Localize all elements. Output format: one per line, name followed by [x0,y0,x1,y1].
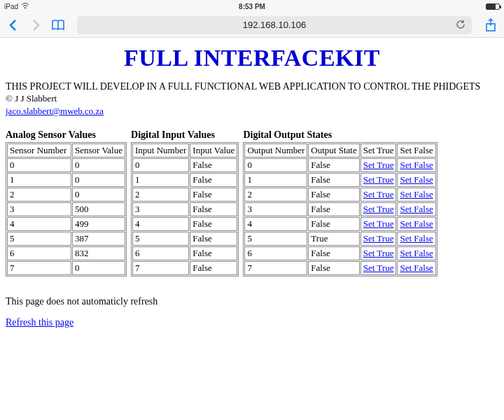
cell-input-number: 7 [132,261,189,275]
set-true-link[interactable]: Set True [363,218,394,229]
table-row: 7False [132,261,237,275]
th-sensor-value: Sensor Value [72,144,125,158]
browser-toolbar: 192.168.10.106 [0,13,504,38]
table-row: 4FalseSet TrueSet False [244,217,435,231]
set-true-link[interactable]: Set True [363,174,394,185]
cell-sensor-number: 7 [7,261,71,275]
page-content: FULL INTERFACEKIT THIS PROJECT WILL DEVE… [0,38,504,328]
cell-output-state: False [308,217,359,231]
digital-out-title: Digital Output States [243,130,437,141]
cell-output-number: 0 [244,158,307,172]
table-row: 5TrueSet TrueSet False [244,232,435,246]
cell-input-value: False [190,217,237,231]
cell-input-value: False [190,173,237,187]
cell-sensor-value: 0 [72,261,125,275]
cell-output-state: False [308,173,359,187]
table-row: 1FalseSet TrueSet False [244,173,435,187]
table-header-row: Input Number Input Value [132,144,237,158]
cell-set-false: Set False [397,188,435,202]
digital-out-table-wrap: Digital Output States Output Number Outp… [243,130,437,276]
cell-sensor-value: 0 [72,158,125,172]
cell-set-false: Set False [397,232,435,246]
set-false-link[interactable]: Set False [400,262,433,273]
th-output-state: Output State [308,144,359,158]
table-row: 5False [132,232,237,246]
set-true-link[interactable]: Set True [363,204,394,214]
cell-set-false: Set False [397,261,435,275]
cell-sensor-value: 500 [72,202,125,216]
table-row: 5387 [7,232,125,246]
cell-sensor-number: 6 [7,246,71,260]
cell-output-number: 6 [244,246,307,260]
digital-in-table: Input Number Input Value 0False1False2Fa… [131,142,239,276]
set-false-link[interactable]: Set False [400,204,433,214]
set-false-link[interactable]: Set False [400,233,433,244]
cell-output-state: False [308,246,359,260]
cell-output-state: True [308,232,359,246]
url-text: 192.168.10.106 [243,20,306,30]
set-true-link[interactable]: Set True [363,248,394,258]
digital-out-table: Output Number Output State Set True Set … [243,142,437,276]
cell-output-number: 1 [244,173,307,187]
cell-input-number: 1 [132,173,189,187]
cell-input-number: 0 [132,158,189,172]
set-false-link[interactable]: Set False [400,174,433,185]
set-true-link[interactable]: Set True [363,233,394,244]
set-false-link[interactable]: Set False [400,218,433,229]
cell-input-value: False [190,188,237,202]
table-row: 3500 [7,202,125,216]
table-row: 2False [132,188,237,202]
analog-table-wrap: Analog Sensor Values Sensor Number Senso… [6,130,127,276]
cell-input-value: False [190,202,237,216]
table-row: 7FalseSet TrueSet False [244,261,435,275]
cell-set-true: Set True [360,261,397,275]
table-row: 0FalseSet TrueSet False [244,158,435,172]
forward-button[interactable] [28,18,43,33]
address-bar[interactable]: 192.168.10.106 [77,16,472,34]
cell-sensor-number: 1 [7,173,71,187]
set-false-link[interactable]: Set False [400,189,433,200]
analog-title: Analog Sensor Values [6,130,127,141]
table-row: 3False [132,202,237,216]
cell-sensor-number: 4 [7,217,71,231]
digital-in-table-wrap: Digital Input Values Input Number Input … [131,130,239,276]
bookmarks-button[interactable] [50,18,66,33]
page-title: FULL INTERFACEKIT [6,45,498,71]
set-false-link[interactable]: Set False [400,248,433,258]
cell-set-true: Set True [360,217,397,231]
set-true-link[interactable]: Set True [363,262,394,273]
table-row: 10 [7,173,125,187]
set-true-link[interactable]: Set True [363,160,394,170]
cell-output-number: 3 [244,202,307,216]
table-row: 4False [132,217,237,231]
svg-point-0 [24,8,26,9]
cell-input-value: False [190,246,237,260]
cell-input-number: 6 [132,246,189,260]
copyright: © J J Slabbert [6,93,498,104]
refresh-link[interactable]: Refresh this page [6,317,74,328]
project-description: THIS PROJECT WILL DEVELOP IN A FULL FUNC… [6,81,498,92]
th-input-number: Input Number [132,144,189,158]
wifi-icon [21,3,29,10]
set-false-link[interactable]: Set False [400,160,433,170]
back-button[interactable] [6,18,21,33]
set-true-link[interactable]: Set True [363,189,394,200]
cell-sensor-number: 5 [7,232,71,246]
cell-set-true: Set True [360,232,397,246]
cell-sensor-number: 0 [7,158,71,172]
table-row: 00 [7,158,125,172]
cell-sensor-value: 0 [72,173,125,187]
cell-sensor-value: 0 [72,188,125,202]
clock: 8:53 PM [239,3,265,10]
reload-icon[interactable] [455,19,466,32]
cell-sensor-value: 387 [72,232,125,246]
share-button[interactable] [483,18,498,33]
email-link[interactable]: jaco.slabbert@mweb.co.za [6,106,104,116]
cell-output-number: 2 [244,188,307,202]
cell-set-false: Set False [397,246,435,260]
status-bar: iPad 8:53 PM [0,0,504,13]
cell-set-false: Set False [397,202,435,216]
th-set-false: Set False [397,144,435,158]
cell-input-number: 5 [132,232,189,246]
tables-row: Analog Sensor Values Sensor Number Senso… [6,130,498,276]
